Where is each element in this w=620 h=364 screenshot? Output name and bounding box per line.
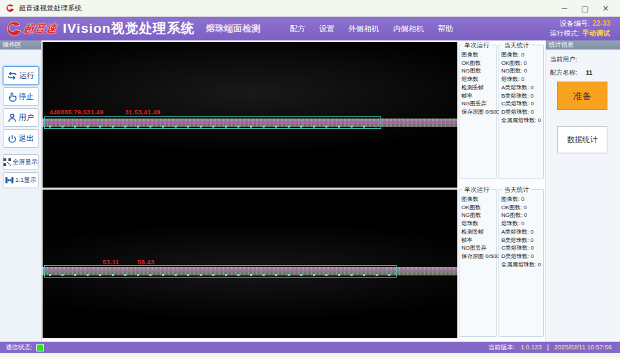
stat-row: 熔珠数: 0 bbox=[501, 75, 543, 84]
app-subtitle: 熔珠端面检测 bbox=[206, 22, 260, 35]
stat-row: NG图数 bbox=[462, 67, 496, 75]
roi-rectangle bbox=[44, 116, 381, 129]
run-button[interactable]: 运行 bbox=[3, 66, 39, 85]
stat-row: 熔珠数 bbox=[462, 75, 496, 84]
version-info: 当前版本: 1.0.123 | 2025/02/11 16:57:56 bbox=[488, 343, 614, 352]
current-user-row: 当前用户: bbox=[546, 50, 620, 64]
separator: | bbox=[547, 344, 549, 351]
recipe-row: 配方名称: 11 bbox=[546, 64, 620, 77]
user-button-label: 用户 bbox=[19, 112, 34, 123]
stat-row: C类熔珠数: 0 bbox=[501, 244, 543, 252]
stat-row: NG图数: 0 bbox=[501, 211, 543, 220]
stat-row: OK图数 bbox=[462, 204, 496, 212]
fullscreen-button[interactable]: 全屏显示 bbox=[3, 154, 39, 170]
stat-row: 金属屑熔珠数: 0 bbox=[501, 116, 543, 125]
stat-row: 保存原图 0/500 bbox=[462, 252, 496, 261]
comm-status-indicator bbox=[36, 344, 44, 351]
stat-row: 熔珠数: 0 bbox=[501, 220, 543, 228]
recipe-name-value: 11 bbox=[586, 69, 593, 76]
run-mode-value: 手动调试 bbox=[582, 29, 610, 37]
prepare-button[interactable]: 准备 bbox=[557, 82, 607, 110]
user-button[interactable]: 用户 bbox=[3, 108, 39, 127]
single-run-panel-top: 单次运行 图像数 OK图数 NG图数 熔珠数 检测丢帧 帧率 NG图丢弃 保存原… bbox=[459, 45, 497, 179]
app-logo-icon bbox=[6, 3, 15, 13]
exit-button[interactable]: 退出 bbox=[3, 129, 39, 148]
menu-item-settings[interactable]: 设置 bbox=[319, 24, 334, 34]
stat-row: 帧率 bbox=[462, 92, 496, 100]
window-controls: ─ ▢ ✕ bbox=[562, 0, 614, 17]
daily-stats-panel-top: 当天统计 图像数: 0 OK图数: 0 NG图数: 0 熔珠数: 0 A类熔珠数… bbox=[499, 45, 544, 179]
roi-rectangle bbox=[44, 265, 397, 278]
measurement-overlay: 53.11 bbox=[103, 259, 119, 266]
strip-markers bbox=[49, 274, 392, 276]
run-mode-label: 运行模式: bbox=[549, 29, 580, 37]
menu-item-outer-camera[interactable]: 外侧相机 bbox=[348, 24, 379, 34]
strip-markers bbox=[49, 126, 376, 128]
page-title: IVision视觉处理系统 bbox=[63, 20, 195, 38]
stat-row: NG图数: 0 bbox=[501, 67, 543, 75]
device-number-value: 22-33 bbox=[592, 20, 610, 27]
stat-row: OK图数 bbox=[462, 59, 496, 68]
measurement-overlay: 56.43 bbox=[138, 259, 154, 266]
daily-stats-title: 当天统计 bbox=[502, 185, 531, 195]
stat-row: NG图数 bbox=[462, 211, 496, 220]
inner-camera-view: 53.11 56.43 bbox=[43, 190, 457, 338]
menu-item-recipe[interactable]: 配方 bbox=[290, 24, 305, 34]
stats-column: 单次运行 图像数 OK图数 NG图数 熔珠数 检测丢帧 帧率 NG图丢弃 保存原… bbox=[457, 40, 545, 342]
fullscreen-button-label: 全屏显示 bbox=[13, 158, 38, 167]
stat-row: A类熔珠数: 0 bbox=[501, 228, 543, 236]
device-number-label: 设备编号: bbox=[560, 20, 590, 27]
menu-item-help[interactable]: 帮助 bbox=[438, 24, 453, 34]
run-icon bbox=[7, 71, 17, 80]
stat-row: 图像数 bbox=[462, 51, 496, 59]
stat-row: C类熔珠数: 0 bbox=[501, 100, 543, 108]
one-to-one-button-label: 1:1显示 bbox=[15, 176, 37, 185]
one-to-one-button[interactable]: 1:1显示 bbox=[3, 172, 39, 188]
stat-row: 图像数 bbox=[462, 195, 496, 204]
maximize-icon[interactable]: ▢ bbox=[581, 0, 588, 17]
stat-row: 图像数: 0 bbox=[501, 195, 543, 204]
minimize-icon[interactable]: ─ bbox=[562, 0, 568, 17]
menu-item-inner-camera[interactable]: 内侧相机 bbox=[393, 24, 424, 34]
status-bar: 通信状态: 当前版本: 1.0.123 | 2025/02/11 16:57:5… bbox=[0, 342, 620, 353]
stat-row: 熔珠数 bbox=[462, 220, 496, 228]
app-header: 超音速 IVision视觉处理系统 熔珠端面检测 配方 设置 外侧相机 内侧相机… bbox=[0, 17, 620, 40]
device-info: 设备编号:22-33 运行模式:手动调试 bbox=[549, 19, 620, 38]
stat-row: NG图丢弃 bbox=[462, 244, 496, 252]
fullscreen-grid-icon bbox=[3, 158, 11, 166]
close-icon[interactable]: ✕ bbox=[603, 0, 609, 17]
brand-logo-icon bbox=[6, 20, 22, 37]
stat-row: 图像数: 0 bbox=[501, 51, 543, 59]
stop-button[interactable]: 停止 bbox=[3, 87, 39, 106]
stat-row: B类熔珠数: 0 bbox=[501, 92, 543, 100]
single-run-title: 单次运行 bbox=[462, 41, 492, 50]
sidebar-title: 操作区 bbox=[0, 40, 41, 50]
camera-viewports: 440885.79,531.49 31.53,41.49 53.11 56.43 bbox=[43, 42, 457, 338]
statistics-info-panel: 统计信息 当前用户: 配方名称: 11 准备 数据统计 bbox=[545, 40, 620, 342]
stat-row: 检测丢帧 bbox=[462, 228, 496, 236]
stat-row: 帧率 bbox=[462, 236, 496, 245]
comm-status-label: 通信状态: bbox=[6, 343, 33, 352]
run-button-label: 运行 bbox=[20, 70, 35, 81]
data-statistics-button[interactable]: 数据统计 bbox=[557, 126, 607, 153]
brand-name: 超音速 bbox=[23, 22, 59, 36]
datetime: 2025/02/11 16:57:56 bbox=[554, 344, 612, 351]
stat-row: D类熔珠数: 0 bbox=[501, 252, 543, 261]
measurement-overlay: 31.53,41.49 bbox=[125, 109, 161, 116]
single-run-panel-bottom: 单次运行 图像数 OK图数 NG图数 熔珠数 检测丢帧 帧率 NG图丢弃 保存原… bbox=[459, 189, 497, 337]
version-label: 当前版本: bbox=[488, 343, 515, 352]
stat-row: OK图数: 0 bbox=[501, 204, 543, 212]
stat-row: 保存原图 0/500 bbox=[462, 108, 496, 116]
operation-sidebar: 操作区 运行 停止 用户 退出 bbox=[0, 40, 42, 342]
power-icon bbox=[8, 134, 17, 144]
stat-row: B类熔珠数: 0 bbox=[501, 236, 543, 245]
window-title: 超音速视觉处理系统 bbox=[19, 3, 82, 13]
outer-camera-view: 440885.79,531.49 31.53,41.49 bbox=[43, 42, 457, 188]
recipe-name-label: 配方名称: bbox=[550, 69, 577, 76]
daily-stats-title: 当天统计 bbox=[502, 41, 531, 50]
stat-row: D类熔珠数: 0 bbox=[501, 108, 543, 116]
current-user-label: 当前用户: bbox=[550, 56, 577, 63]
stat-row: 检测丢帧 bbox=[462, 84, 496, 92]
user-icon bbox=[8, 113, 17, 123]
stat-row: A类熔珠数: 0 bbox=[501, 84, 543, 92]
